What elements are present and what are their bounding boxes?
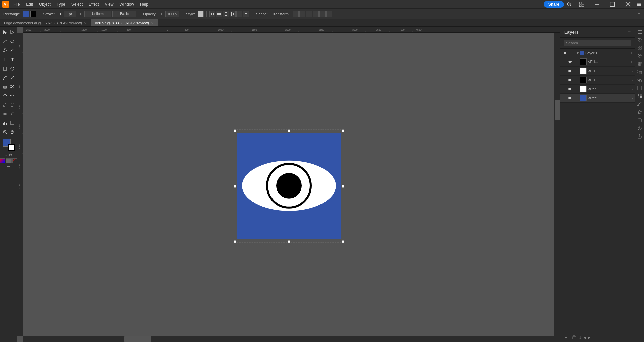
rotate-tool[interactable] xyxy=(1,91,9,100)
visibility-icon-layer1[interactable] xyxy=(562,50,568,56)
handle-corner-tl[interactable] xyxy=(234,130,236,132)
lock-icon-elli2[interactable] xyxy=(574,69,579,73)
zoom-tool[interactable] xyxy=(1,128,9,136)
lock-icon-layer1[interactable] xyxy=(569,51,574,55)
symbols-panel-icon[interactable] xyxy=(636,109,643,116)
opacity-input[interactable] xyxy=(165,11,179,17)
delete-layer-btn[interactable] xyxy=(571,334,577,340)
layer-row-elli1[interactable]: <Elli... ○ xyxy=(560,57,635,67)
stroke-type-preview[interactable]: Uniform xyxy=(84,11,111,17)
reflect-tool[interactable] xyxy=(9,91,16,100)
lock-icon-rect[interactable] xyxy=(574,96,579,100)
layer-row-path[interactable]: <Pat... ○ xyxy=(560,85,635,94)
layer-row-elli3[interactable]: <Elli... ○ xyxy=(560,76,635,85)
handle-corner-tr[interactable] xyxy=(342,130,344,132)
scroll-thumb-bottom[interactable] xyxy=(124,336,151,342)
layers-search-input[interactable] xyxy=(564,40,631,46)
swatches-panel-icon[interactable] xyxy=(636,92,643,100)
libraries-panel-icon[interactable] xyxy=(636,44,643,51)
menu-object[interactable]: Object xyxy=(36,1,53,7)
style-swatch[interactable] xyxy=(198,11,204,17)
menu-edit[interactable]: Edit xyxy=(23,1,36,7)
width-tool[interactable] xyxy=(1,110,9,118)
swap-colors-icon[interactable]: ↔ xyxy=(4,153,8,157)
selection-tool[interactable] xyxy=(1,28,9,37)
stroke-color-swatch[interactable] xyxy=(8,144,15,151)
scroll-thumb-right[interactable] xyxy=(555,100,560,120)
menu-help[interactable]: Help xyxy=(137,1,151,7)
search-icon-top[interactable] xyxy=(565,0,574,9)
none-color-icon[interactable]: ∅ xyxy=(9,153,13,157)
visibility-icon-elli3[interactable] xyxy=(567,77,573,83)
handle-mid-right[interactable] xyxy=(342,185,344,187)
handle-mid-left[interactable] xyxy=(234,185,236,187)
handle-mid-top[interactable] xyxy=(288,130,290,132)
stroke-style-preview[interactable]: Basic xyxy=(112,11,136,17)
appearance-panel-icon[interactable] xyxy=(636,52,643,59)
ellipse-tool[interactable] xyxy=(9,64,16,73)
column-graph-tool[interactable] xyxy=(1,119,9,127)
artboard-tool[interactable] xyxy=(9,119,16,127)
magic-wand-tool[interactable] xyxy=(1,37,9,46)
lock-icon-path[interactable] xyxy=(574,87,579,91)
arrange-windows-icon[interactable] xyxy=(574,0,589,9)
visibility-icon-rect[interactable] xyxy=(567,95,573,101)
scroll-right[interactable] xyxy=(554,33,560,336)
paintbrush-tool[interactable] xyxy=(1,73,9,82)
layer-row-layer1[interactable]: ▼ Layer 1 ○ xyxy=(560,49,635,57)
lock-icon-elli3[interactable] xyxy=(574,78,579,82)
color-icon[interactable] xyxy=(0,158,5,163)
nav-prev-btn[interactable]: ◀ xyxy=(583,336,586,339)
transform-icon-5[interactable] xyxy=(319,11,326,17)
tab-logo-close[interactable]: ✕ xyxy=(84,21,87,25)
pathfinder-panel-icon[interactable] xyxy=(636,76,643,84)
hand-tool[interactable] xyxy=(9,128,16,136)
scissors-tool[interactable] xyxy=(9,82,16,91)
handle-corner-br[interactable] xyxy=(342,240,344,243)
panel-menu-icon[interactable]: ≡ xyxy=(636,11,642,17)
stroke-chevron-left[interactable] xyxy=(57,11,63,17)
menu-type[interactable]: Type xyxy=(54,1,68,7)
scroll-bottom[interactable] xyxy=(23,336,554,342)
align-icon-5[interactable] xyxy=(236,11,242,17)
gradient-icon[interactable] xyxy=(6,158,12,163)
close-icon[interactable] xyxy=(621,0,635,9)
handle-corner-bl[interactable] xyxy=(234,240,236,243)
rectangle-tool[interactable] xyxy=(1,64,9,73)
restore-icon[interactable] xyxy=(605,0,620,9)
fill-swatch[interactable] xyxy=(23,11,29,17)
align-icon-6[interactable] xyxy=(243,11,249,17)
warp-tool[interactable] xyxy=(9,110,16,118)
visibility-icon-path[interactable] xyxy=(567,86,573,92)
tab-logo[interactable]: Logo dawnseeker.ai @ 16.67 % (RGB/Previe… xyxy=(0,19,91,26)
align-icon-2[interactable] xyxy=(216,11,222,17)
shear-tool[interactable] xyxy=(9,100,16,109)
eraser-tool[interactable] xyxy=(1,82,9,91)
panel-toggle-icon[interactable] xyxy=(636,2,643,6)
opacity-expand-icon[interactable] xyxy=(159,12,164,16)
visibility-icon-elli2[interactable] xyxy=(567,68,573,74)
none-fill-icon[interactable] xyxy=(12,158,18,163)
align-icon-3[interactable] xyxy=(223,11,229,17)
align-icon-4[interactable] xyxy=(230,11,236,17)
minimize-icon[interactable] xyxy=(590,0,604,9)
transform-icon-3[interactable] xyxy=(306,11,312,17)
layers-panel-icon[interactable] xyxy=(636,28,643,35)
canvas-area[interactable]: -2500 -2000 -1500 -1000 -500 0 500 1000 … xyxy=(17,27,560,342)
brushes-panel-icon[interactable] xyxy=(636,100,643,108)
vertical-type-tool[interactable]: T xyxy=(9,55,16,64)
transform-panel-icon[interactable] xyxy=(636,68,643,76)
align-icon-1[interactable] xyxy=(209,11,215,17)
more-tools-btn[interactable]: ••• xyxy=(7,165,10,168)
pencil-tool[interactable] xyxy=(9,73,16,82)
tab-oeil[interactable]: oeil.ai* @ 8.33 % (RGB/Preview) ✕ xyxy=(91,19,158,26)
scale-tool[interactable] xyxy=(1,100,9,109)
share-button[interactable]: Share xyxy=(544,1,564,8)
stroke-chevron-right[interactable] xyxy=(78,11,83,17)
history-panel-icon[interactable] xyxy=(636,125,643,132)
menu-view[interactable]: View xyxy=(102,1,116,7)
panel-menu-btn[interactable]: ≡ xyxy=(628,29,631,35)
lock-icon-elli1[interactable] xyxy=(574,59,579,64)
pen-tool[interactable] xyxy=(1,46,9,55)
menu-window[interactable]: Window xyxy=(117,1,137,7)
